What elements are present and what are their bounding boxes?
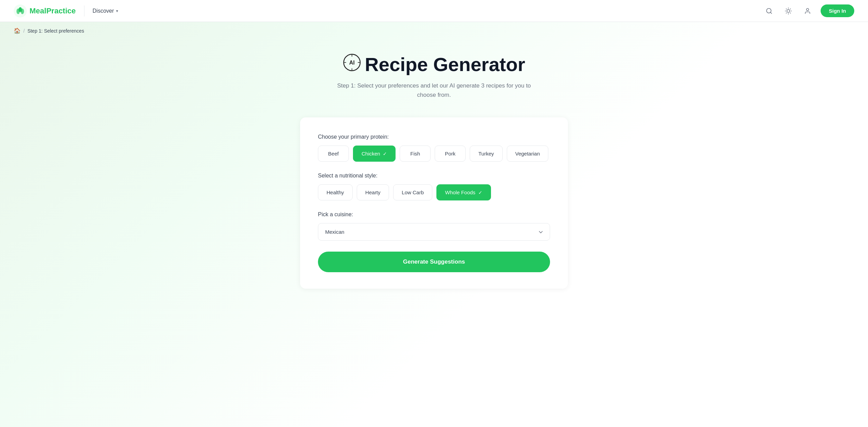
search-icon xyxy=(766,8,773,14)
svg-line-6 xyxy=(770,12,772,13)
svg-point-4 xyxy=(19,12,21,14)
cuisine-section: Pick a cuisine: American Chinese French … xyxy=(318,211,550,241)
checkmark-icon: ✓ xyxy=(383,151,387,157)
sun-icon xyxy=(785,8,792,14)
nutrition-option-whole-foods[interactable]: Whole Foods ✓ xyxy=(436,184,491,200)
svg-line-14 xyxy=(786,13,787,13)
protein-option-vegetarian[interactable]: Vegetarian xyxy=(507,146,549,162)
svg-line-15 xyxy=(790,9,790,9)
nutrition-options-row: Healthy Hearty Low Carb Whole Foods ✓ xyxy=(318,184,550,200)
user-icon xyxy=(804,8,811,14)
discover-label: Discover xyxy=(93,8,114,14)
ai-badge-icon: AI xyxy=(343,54,361,71)
cuisine-section-label: Pick a cuisine: xyxy=(318,211,550,218)
nav-divider xyxy=(84,5,84,16)
protein-option-chicken[interactable]: Chicken ✓ xyxy=(353,146,396,162)
discover-menu[interactable]: Discover ▾ xyxy=(93,8,118,14)
nutrition-option-low-carb[interactable]: Low Carb xyxy=(393,184,432,200)
svg-line-11 xyxy=(790,13,790,13)
generate-suggestions-button[interactable]: Generate Suggestions xyxy=(318,252,550,272)
theme-toggle-button[interactable] xyxy=(782,5,795,17)
nutrition-option-healthy[interactable]: Healthy xyxy=(318,184,353,200)
title-text: Recipe Generator xyxy=(365,53,525,76)
logo-link[interactable]: MealPractice xyxy=(14,4,76,18)
svg-text:AI: AI xyxy=(349,60,355,66)
checkmark-icon: ✓ xyxy=(478,190,482,195)
svg-line-10 xyxy=(786,9,787,9)
protein-option-turkey[interactable]: Turkey xyxy=(470,146,502,162)
search-button[interactable] xyxy=(763,5,775,17)
page-title: AI Recipe Generator xyxy=(7,53,861,76)
navbar: MealPractice Discover ▾ xyxy=(0,0,868,22)
protein-options-row: Beef Chicken ✓ Fish Pork Turkey Vegetari… xyxy=(318,146,550,162)
sign-in-button[interactable]: Sign In xyxy=(821,4,854,17)
breadcrumb-current-page: Step 1: Select preferences xyxy=(27,28,84,34)
logo-text: MealPractice xyxy=(30,7,76,15)
breadcrumb-separator: / xyxy=(23,28,25,34)
ai-icon: AI xyxy=(343,54,361,75)
user-account-button[interactable] xyxy=(801,5,814,17)
protein-option-beef[interactable]: Beef xyxy=(318,146,349,162)
protein-section-label: Choose your primary protein: xyxy=(318,134,550,140)
svg-point-7 xyxy=(787,9,790,12)
logo-icon xyxy=(14,4,27,18)
nutrition-section-label: Select a nutritional style: xyxy=(318,173,550,179)
protein-option-fish[interactable]: Fish xyxy=(400,146,431,162)
protein-option-pork[interactable]: Pork xyxy=(435,146,466,162)
chevron-down-icon: ▾ xyxy=(116,9,118,13)
svg-point-16 xyxy=(807,8,809,11)
nav-actions: Sign In xyxy=(763,4,854,17)
cuisine-select[interactable]: American Chinese French Greek Indian Ita… xyxy=(318,223,550,241)
nutrition-option-hearty[interactable]: Hearty xyxy=(357,184,389,200)
hero-section: AI Recipe Generator Step 1: Select your … xyxy=(0,39,868,106)
home-icon[interactable]: 🏠 xyxy=(14,27,21,34)
breadcrumb: 🏠 / Step 1: Select preferences xyxy=(0,22,868,39)
recipe-generator-form: Choose your primary protein: Beef Chicke… xyxy=(300,117,568,289)
hero-subtitle: Step 1: Select your preferences and let … xyxy=(331,81,537,100)
